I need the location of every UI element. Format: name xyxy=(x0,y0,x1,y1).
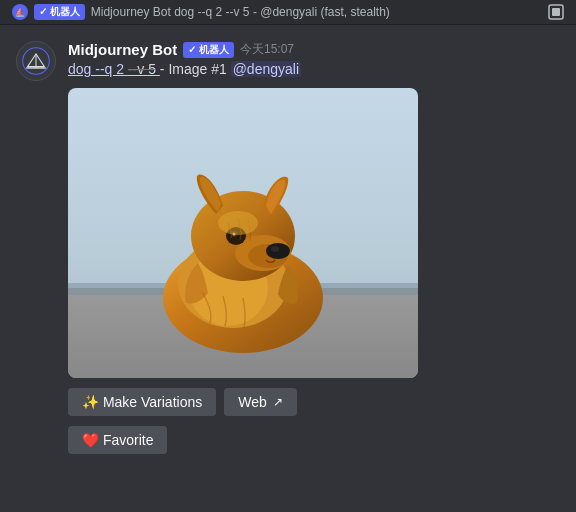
svg-rect-1 xyxy=(552,8,560,16)
secondary-buttons-row: ❤️ Favorite xyxy=(68,422,560,454)
web-label: Web xyxy=(238,394,267,410)
cmd-text: dog --q 2 --v 5 xyxy=(68,61,160,77)
app-icon xyxy=(548,4,564,20)
action-buttons-container: ✨ Make Variations Web ↗ ❤️ Favorite xyxy=(68,388,560,454)
timestamp: 今天15:07 xyxy=(240,41,294,58)
message-header: Midjourney Bot ✓ 机器人 今天15:07 xyxy=(68,41,560,58)
notification-verified-badge: ✓ 机器人 xyxy=(34,4,85,20)
web-button[interactable]: Web ↗ xyxy=(224,388,297,416)
favorite-button[interactable]: ❤️ Favorite xyxy=(68,426,167,454)
svg-point-15 xyxy=(271,246,279,252)
notification-text: Midjourney Bot dog --q 2 --v 5 - @dengya… xyxy=(91,5,390,19)
notification-bar: ⛵ ✓ 机器人 Midjourney Bot dog --q 2 --v 5 -… xyxy=(0,0,576,25)
message-container: Midjourney Bot ✓ 机器人 今天15:07 dog --q 2 -… xyxy=(0,25,576,462)
username: Midjourney Bot xyxy=(68,41,177,58)
primary-buttons-row: ✨ Make Variations Web ↗ xyxy=(68,388,560,416)
make-variations-button[interactable]: ✨ Make Variations xyxy=(68,388,216,416)
message-body: Midjourney Bot ✓ 机器人 今天15:07 dog --q 2 -… xyxy=(68,41,560,454)
notification-avatar: ⛵ xyxy=(12,4,28,20)
avatar xyxy=(16,41,56,81)
strikethrough-cmd: --v 5 xyxy=(128,61,156,77)
svg-point-19 xyxy=(218,211,258,235)
mention: @dengyali xyxy=(231,61,301,77)
bot-tag: ✓ 机器人 xyxy=(183,42,234,58)
svg-point-14 xyxy=(266,243,290,259)
external-link-icon: ↗ xyxy=(273,395,283,409)
message-text: dog --q 2 --v 5 - Image #1 @dengyali xyxy=(68,60,560,80)
generated-image[interactable] xyxy=(68,88,418,378)
